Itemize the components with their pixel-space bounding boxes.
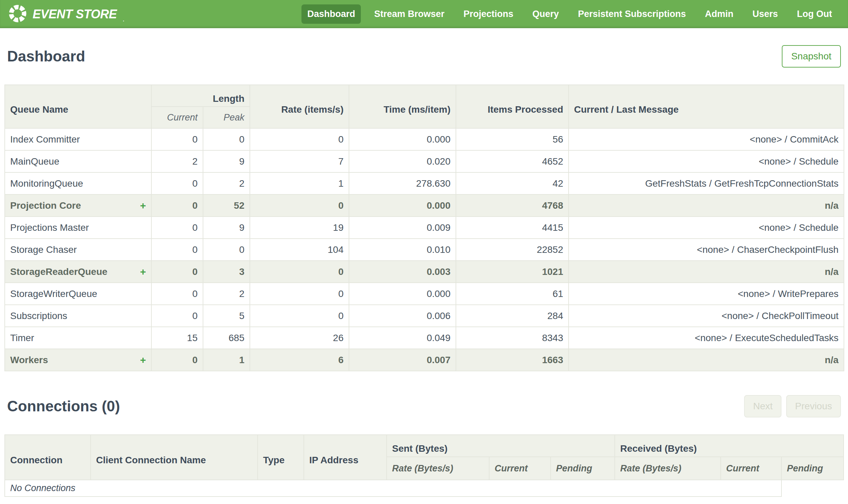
col-queue-name: Queue Name [5,85,151,128]
queue-items-cell: 1021 [456,260,569,283]
queue-message-cell: GetFreshStats / GetFreshTcpConnectionSta… [569,173,844,195]
queue-name-cell: Subscriptions [5,305,151,327]
queue-items-cell: 61 [456,283,569,305]
nav-item-log-out[interactable]: Log Out [791,4,838,24]
col-sent-bytes: Sent (Bytes) [387,435,615,457]
queue-peak-cell: 3 [203,260,250,283]
queue-current-cell: 15 [151,327,203,349]
expand-plus-icon[interactable]: + [140,355,146,365]
queue-name-label: Projection Core [10,200,81,211]
queue-current-cell: 0 [151,305,203,327]
queue-rate-cell: 6 [250,349,349,371]
queue-current-cell: 0 [151,217,203,239]
queue-row-group: StorageReaderQueue + 0 3 0 0.003 1021 n/… [5,260,844,283]
queue-rate-cell: 104 [250,239,349,260]
queue-peak-cell: 0 [203,239,250,260]
queue-current-cell: 0 [151,349,203,371]
previous-button[interactable]: Previous [786,395,841,417]
queue-peak-cell: 2 [203,173,250,195]
col-received-rate: Rate (Bytes/s) [615,457,721,480]
queue-current-cell: 0 [151,128,203,150]
queue-time-cell: 278.630 [349,173,456,195]
queue-current-cell: 0 [151,283,203,305]
connections-title: Connections (0) [7,398,120,415]
col-type: Type [258,435,304,480]
col-items-processed: Items Processed [456,85,569,128]
col-length: Length [151,85,250,107]
queue-items-cell: 42 [456,173,569,195]
queues-table: Queue Name Length Rate (items/s) Time (m… [4,85,844,371]
queue-items-cell: 4415 [456,217,569,239]
nav-item-admin[interactable]: Admin [699,4,739,24]
queue-rate-cell: 0 [250,305,349,327]
queue-name-cell: Index Committer [5,128,151,150]
queue-rate-cell: 26 [250,327,349,349]
queue-time-cell: 0.049 [349,327,456,349]
queue-row: StorageWriterQueue 0 2 0 0.000 61 <none>… [5,283,844,305]
queue-message-cell: <none> / ChaserCheckpointFlush [569,239,844,260]
queue-peak-cell: 52 [203,195,250,217]
connections-table: Connection Client Connection Name Type I… [4,434,844,497]
queue-current-cell: 0 [151,239,203,260]
queue-rate-cell: 0 [250,128,349,150]
queue-items-cell: 1663 [456,349,569,371]
nav-item-dashboard[interactable]: Dashboard [302,4,361,24]
no-connections-message: No Connections [5,480,781,497]
page-header: Dashboard Snapshot [0,28,848,85]
snapshot-button[interactable]: Snapshot [782,45,841,68]
nav-item-query[interactable]: Query [526,4,564,24]
brand-name: EVENT STORE [33,7,117,21]
queue-message-cell: <none> / ExecuteScheduledTasks [569,327,844,349]
expand-plus-icon[interactable]: + [140,201,146,211]
brand-trademark: . [123,17,124,24]
queue-time-cell: 0.010 [349,239,456,260]
queue-rate-cell: 19 [250,217,349,239]
queue-rate-cell: 0 [250,260,349,283]
nav-item-persistent-subscriptions[interactable]: Persistent Subscriptions [572,4,691,24]
nav-item-users[interactable]: Users [746,4,783,24]
queue-rate-cell: 7 [250,150,349,173]
col-length-peak: Peak [203,107,250,128]
queue-rate-cell: 0 [250,195,349,217]
nav-item-stream-browser[interactable]: Stream Browser [368,4,450,24]
queue-time-cell: 0.007 [349,349,456,371]
next-button[interactable]: Next [744,395,781,417]
eventstore-logo-icon [8,4,27,24]
col-length-current: Current [151,107,203,128]
queue-current-cell: 0 [151,260,203,283]
queue-name-label: Workers [10,355,48,365]
col-time: Time (ms/item) [349,85,456,128]
queue-peak-cell: 1 [203,349,250,371]
queue-peak-cell: 9 [203,150,250,173]
col-connection: Connection [5,435,91,480]
queue-peak-cell: 9 [203,217,250,239]
queue-rate-cell: 1 [250,173,349,195]
queue-items-cell: 284 [456,305,569,327]
queue-row: Storage Chaser 0 0 104 0.010 22852 <none… [5,239,844,260]
queue-row: Projections Master 0 9 19 0.009 4415 <no… [5,217,844,239]
col-received-pending: Pending [781,457,844,480]
nav-item-projections[interactable]: Projections [457,4,519,24]
queue-time-cell: 0.003 [349,260,456,283]
brand[interactable]: EVENT STORE . [8,4,124,24]
queue-message-cell: <none> / CommitAck [569,128,844,150]
queue-message-cell: <none> / CheckPollTimeout [569,305,844,327]
expand-plus-icon[interactable]: + [140,267,146,277]
queue-time-cell: 0.000 [349,195,456,217]
queue-row: Index Committer 0 0 0 0.000 56 <none> / … [5,128,844,150]
col-message: Current / Last Message [569,85,844,128]
queue-name-cell: Projections Master [5,217,151,239]
queue-row: MainQueue 2 9 7 0.020 4652 <none> / Sche… [5,150,844,173]
col-client-connection-name: Client Connection Name [91,435,258,480]
queue-row-group: Projection Core + 0 52 0 0.000 4768 n/a [5,195,844,217]
queue-time-cell: 0.000 [349,283,456,305]
queue-items-cell: 4652 [456,150,569,173]
queue-name-cell: MonitoringQueue [5,173,151,195]
queue-name-cell: Workers + [5,349,151,371]
queue-current-cell: 0 [151,195,203,217]
top-navbar: EVENT STORE . Dashboard Stream Browser P… [0,0,848,28]
col-sent-rate: Rate (Bytes/s) [387,457,489,480]
queue-time-cell: 0.009 [349,217,456,239]
queue-name-cell: Timer [5,327,151,349]
queue-time-cell: 0.000 [349,128,456,150]
